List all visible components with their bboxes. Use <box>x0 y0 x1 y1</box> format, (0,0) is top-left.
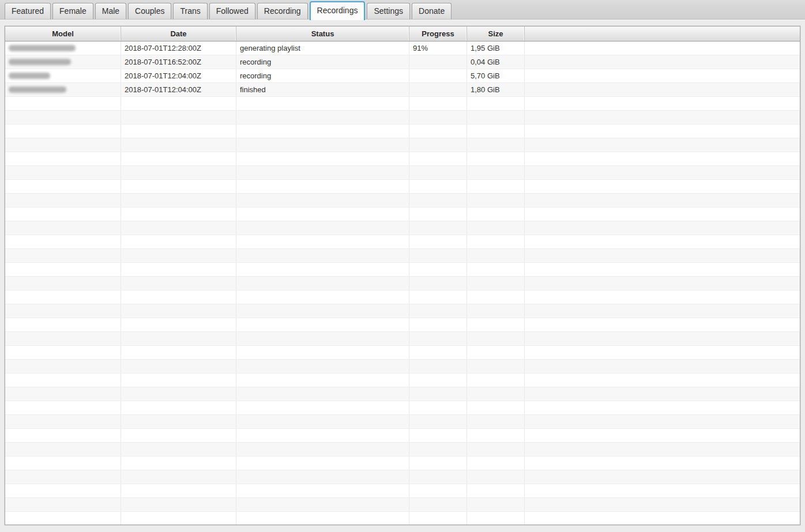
cell-filler <box>525 346 800 359</box>
cell-status: recording <box>236 55 409 69</box>
column-header-size[interactable]: Size <box>467 27 525 41</box>
cell-size <box>467 249 525 262</box>
cell-date <box>121 304 236 318</box>
table-row[interactable] <box>5 456 800 470</box>
redacted-model-name <box>9 59 71 65</box>
cell-size <box>467 498 525 511</box>
table-row[interactable] <box>5 263 800 277</box>
cell-progress <box>409 263 467 276</box>
redacted-model-name <box>9 86 66 93</box>
cell-filler <box>525 498 800 511</box>
table-row[interactable]: 2018-07-01T12:04:00Z finished 1,80 GiB <box>5 83 800 97</box>
cell-filler <box>525 415 800 428</box>
tab-donate[interactable]: Donate <box>412 3 452 19</box>
tab-followed[interactable]: Followed <box>209 3 255 19</box>
cell-filler <box>525 138 800 152</box>
cell-filler <box>525 401 800 414</box>
table-row[interactable] <box>5 304 800 318</box>
table-row[interactable] <box>5 498 800 512</box>
cell-date <box>121 277 236 290</box>
cell-model <box>5 55 121 69</box>
cell-progress <box>409 111 467 124</box>
cell-status <box>236 180 409 193</box>
cell-progress <box>409 249 467 262</box>
table-row[interactable] <box>5 180 800 194</box>
cell-size <box>467 456 525 470</box>
cell-filler <box>525 111 800 124</box>
table-row[interactable] <box>5 97 800 111</box>
table-row[interactable] <box>5 138 800 152</box>
cell-status <box>236 124 409 138</box>
table-row[interactable] <box>5 360 800 373</box>
column-header-status[interactable]: Status <box>236 27 409 41</box>
cell-size <box>467 263 525 276</box>
cell-filler <box>525 97 800 110</box>
table-row[interactable] <box>5 290 800 304</box>
cell-date <box>121 318 236 331</box>
cell-model <box>5 346 121 359</box>
table-row[interactable] <box>5 152 800 166</box>
cell-date <box>121 290 236 304</box>
cell-status <box>236 97 409 110</box>
table-row[interactable] <box>5 387 800 401</box>
tab-female[interactable]: Female <box>52 3 93 19</box>
cell-size <box>467 194 525 207</box>
cell-model <box>5 512 121 525</box>
table-row[interactable]: 2018-07-01T12:28:00Z generating playlist… <box>5 41 800 55</box>
table-row[interactable] <box>5 166 800 180</box>
tab-couples[interactable]: Couples <box>128 3 171 19</box>
table-row[interactable] <box>5 194 800 207</box>
table-row[interactable] <box>5 470 800 484</box>
cell-status <box>236 318 409 331</box>
cell-progress <box>409 304 467 318</box>
cell-filler <box>525 387 800 401</box>
tab-trans[interactable]: Trans <box>173 3 207 19</box>
cell-progress <box>409 401 467 414</box>
cell-model <box>5 373 121 387</box>
tab-settings[interactable]: Settings <box>367 3 410 19</box>
table-row[interactable] <box>5 207 800 221</box>
table-row[interactable] <box>5 429 800 443</box>
table-row[interactable] <box>5 318 800 332</box>
cell-filler <box>525 83 800 96</box>
tab-recording[interactable]: Recording <box>257 3 308 19</box>
table-row[interactable] <box>5 221 800 235</box>
cell-status <box>236 249 409 262</box>
table-row[interactable] <box>5 415 800 429</box>
cell-model <box>5 498 121 511</box>
column-header-date[interactable]: Date <box>121 27 236 41</box>
cell-status <box>236 277 409 290</box>
cell-size <box>467 166 525 179</box>
cell-status <box>236 111 409 124</box>
table-row[interactable] <box>5 277 800 290</box>
cell-status <box>236 346 409 359</box>
table-row[interactable] <box>5 401 800 415</box>
column-header-progress[interactable]: Progress <box>409 27 467 41</box>
cell-filler <box>525 166 800 179</box>
table-row[interactable] <box>5 443 800 456</box>
table-row[interactable] <box>5 111 800 124</box>
table-row[interactable] <box>5 249 800 263</box>
tab-recordings[interactable]: Recordings <box>310 1 366 20</box>
cell-date <box>121 221 236 235</box>
table-row[interactable]: 2018-07-01T16:52:00Z recording 0,04 GiB <box>5 55 800 69</box>
cell-model <box>5 152 121 165</box>
cell-status <box>236 290 409 304</box>
cell-size <box>467 401 525 414</box>
tab-male[interactable]: Male <box>95 3 126 19</box>
cell-date: 2018-07-01T12:04:00Z <box>121 69 236 82</box>
cell-size <box>467 318 525 331</box>
table-row[interactable] <box>5 373 800 387</box>
column-header-model[interactable]: Model <box>5 27 121 41</box>
table-row[interactable] <box>5 235 800 249</box>
tab-featured[interactable]: Featured <box>5 3 51 19</box>
cell-model <box>5 249 121 262</box>
table-row[interactable] <box>5 346 800 360</box>
table-row[interactable]: 2018-07-01T12:04:00Z recording 5,70 GiB <box>5 69 800 83</box>
table-row[interactable] <box>5 484 800 498</box>
cell-progress <box>409 415 467 428</box>
cell-model <box>5 484 121 497</box>
table-row[interactable] <box>5 124 800 138</box>
table-row[interactable] <box>5 332 800 346</box>
table-row[interactable] <box>5 512 800 525</box>
